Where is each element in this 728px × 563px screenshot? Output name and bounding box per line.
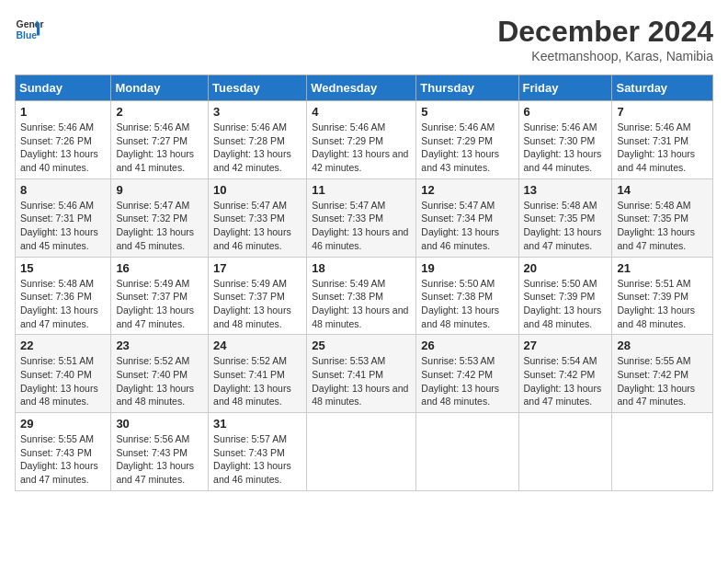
calendar-cell: 24Sunrise: 5:52 AMSunset: 7:41 PMDayligh…: [209, 335, 307, 413]
day-number: 16: [116, 261, 203, 275]
calendar-table: SundayMondayTuesdayWednesdayThursdayFrid…: [15, 75, 713, 491]
day-info: Sunrise: 5:49 AMSunset: 7:38 PMDaylight:…: [312, 277, 411, 331]
day-info: Sunrise: 5:51 AMSunset: 7:39 PMDaylight:…: [617, 277, 708, 331]
calendar-cell: 4Sunrise: 5:46 AMSunset: 7:29 PMDaylight…: [307, 101, 416, 179]
day-number: 14: [617, 183, 708, 197]
day-info: Sunrise: 5:46 AMSunset: 7:27 PMDaylight:…: [116, 121, 203, 175]
calendar-cell: 21Sunrise: 5:51 AMSunset: 7:39 PMDayligh…: [612, 257, 713, 335]
day-number: 3: [213, 105, 301, 119]
day-info: Sunrise: 5:46 AMSunset: 7:28 PMDaylight:…: [213, 121, 301, 175]
weekday-header-row: SundayMondayTuesdayWednesdayThursdayFrid…: [16, 75, 713, 101]
day-number: 25: [312, 339, 411, 352]
day-info: Sunrise: 5:47 AMSunset: 7:34 PMDaylight:…: [421, 199, 513, 253]
calendar-cell: 27Sunrise: 5:54 AMSunset: 7:42 PMDayligh…: [518, 335, 612, 413]
day-info: Sunrise: 5:53 AMSunset: 7:41 PMDaylight:…: [312, 354, 411, 408]
calendar-cell: 26Sunrise: 5:53 AMSunset: 7:42 PMDayligh…: [416, 335, 518, 413]
calendar-cell: 23Sunrise: 5:52 AMSunset: 7:40 PMDayligh…: [111, 335, 209, 413]
logo-icon: General Blue: [15, 15, 44, 44]
day-info: Sunrise: 5:56 AMSunset: 7:43 PMDaylight:…: [116, 432, 203, 487]
calendar-week-4: 22Sunrise: 5:51 AMSunset: 7:40 PMDayligh…: [16, 335, 713, 413]
day-info: Sunrise: 5:53 AMSunset: 7:42 PMDaylight:…: [421, 354, 513, 408]
calendar-cell: 19Sunrise: 5:50 AMSunset: 7:38 PMDayligh…: [416, 257, 518, 335]
day-info: Sunrise: 5:55 AMSunset: 7:43 PMDaylight:…: [20, 432, 106, 487]
day-number: 18: [312, 261, 411, 275]
calendar-cell: 11Sunrise: 5:47 AMSunset: 7:33 PMDayligh…: [307, 178, 416, 257]
day-number: 27: [524, 339, 608, 352]
calendar-cell: 29Sunrise: 5:55 AMSunset: 7:43 PMDayligh…: [16, 413, 111, 491]
day-info: Sunrise: 5:49 AMSunset: 7:37 PMDaylight:…: [116, 277, 203, 331]
calendar-cell: [307, 413, 416, 491]
calendar-cell: 7Sunrise: 5:46 AMSunset: 7:31 PMDaylight…: [612, 101, 713, 179]
calendar-cell: 1Sunrise: 5:46 AMSunset: 7:26 PMDaylight…: [16, 101, 111, 179]
day-number: 31: [213, 417, 301, 431]
day-info: Sunrise: 5:47 AMSunset: 7:32 PMDaylight:…: [116, 199, 203, 253]
calendar-cell: [612, 413, 713, 491]
day-info: Sunrise: 5:47 AMSunset: 7:33 PMDaylight:…: [213, 199, 301, 253]
calendar-cell: [518, 413, 612, 491]
day-number: 29: [20, 417, 106, 431]
day-number: 10: [213, 183, 301, 197]
day-info: Sunrise: 5:46 AMSunset: 7:29 PMDaylight:…: [312, 121, 411, 175]
calendar-cell: 3Sunrise: 5:46 AMSunset: 7:28 PMDaylight…: [209, 101, 307, 179]
calendar-cell: 20Sunrise: 5:50 AMSunset: 7:39 PMDayligh…: [518, 257, 612, 335]
calendar-cell: 17Sunrise: 5:49 AMSunset: 7:37 PMDayligh…: [209, 257, 307, 335]
day-info: Sunrise: 5:46 AMSunset: 7:31 PMDaylight:…: [617, 121, 708, 175]
weekday-header-wednesday: Wednesday: [307, 75, 416, 101]
day-number: 9: [116, 183, 203, 197]
calendar-cell: 8Sunrise: 5:46 AMSunset: 7:31 PMDaylight…: [16, 178, 111, 257]
calendar-cell: 28Sunrise: 5:55 AMSunset: 7:42 PMDayligh…: [612, 335, 713, 413]
day-number: 17: [213, 261, 301, 275]
calendar-cell: 31Sunrise: 5:57 AMSunset: 7:43 PMDayligh…: [209, 413, 307, 491]
calendar-cell: 22Sunrise: 5:51 AMSunset: 7:40 PMDayligh…: [16, 335, 111, 413]
calendar-cell: 30Sunrise: 5:56 AMSunset: 7:43 PMDayligh…: [111, 413, 209, 491]
day-number: 2: [116, 105, 203, 119]
day-info: Sunrise: 5:48 AMSunset: 7:36 PMDaylight:…: [20, 277, 106, 331]
weekday-header-monday: Monday: [111, 75, 209, 101]
calendar-week-1: 1Sunrise: 5:46 AMSunset: 7:26 PMDaylight…: [16, 101, 713, 179]
day-number: 4: [312, 105, 411, 119]
day-info: Sunrise: 5:46 AMSunset: 7:30 PMDaylight:…: [524, 121, 608, 175]
calendar-cell: 15Sunrise: 5:48 AMSunset: 7:36 PMDayligh…: [16, 257, 111, 335]
day-number: 23: [116, 339, 203, 352]
day-info: Sunrise: 5:48 AMSunset: 7:35 PMDaylight:…: [524, 199, 608, 253]
day-info: Sunrise: 5:47 AMSunset: 7:33 PMDaylight:…: [312, 199, 411, 253]
logo: General Blue: [15, 15, 44, 44]
day-number: 26: [421, 339, 513, 352]
day-number: 28: [617, 339, 708, 352]
day-number: 5: [421, 105, 513, 119]
weekday-header-tuesday: Tuesday: [209, 75, 307, 101]
calendar-cell: 6Sunrise: 5:46 AMSunset: 7:30 PMDaylight…: [518, 101, 612, 179]
day-info: Sunrise: 5:48 AMSunset: 7:35 PMDaylight:…: [617, 199, 708, 253]
day-number: 21: [617, 261, 708, 275]
calendar-cell: 16Sunrise: 5:49 AMSunset: 7:37 PMDayligh…: [111, 257, 209, 335]
day-number: 15: [20, 261, 106, 275]
day-info: Sunrise: 5:46 AMSunset: 7:29 PMDaylight:…: [421, 121, 513, 175]
day-info: Sunrise: 5:52 AMSunset: 7:40 PMDaylight:…: [116, 354, 203, 408]
day-info: Sunrise: 5:51 AMSunset: 7:40 PMDaylight:…: [20, 354, 106, 408]
day-info: Sunrise: 5:52 AMSunset: 7:41 PMDaylight:…: [213, 354, 301, 408]
day-number: 30: [116, 417, 203, 431]
calendar-cell: 14Sunrise: 5:48 AMSunset: 7:35 PMDayligh…: [612, 178, 713, 257]
calendar-cell: [416, 413, 518, 491]
day-number: 24: [213, 339, 301, 352]
calendar-cell: 9Sunrise: 5:47 AMSunset: 7:32 PMDaylight…: [111, 178, 209, 257]
location: Keetmanshoop, Karas, Namibia: [497, 49, 713, 63]
day-number: 22: [20, 339, 106, 352]
weekday-header-sunday: Sunday: [16, 75, 111, 101]
day-number: 8: [20, 183, 106, 197]
day-info: Sunrise: 5:46 AMSunset: 7:31 PMDaylight:…: [20, 199, 106, 253]
calendar-cell: 12Sunrise: 5:47 AMSunset: 7:34 PMDayligh…: [416, 178, 518, 257]
calendar-week-3: 15Sunrise: 5:48 AMSunset: 7:36 PMDayligh…: [16, 257, 713, 335]
calendar-cell: 2Sunrise: 5:46 AMSunset: 7:27 PMDaylight…: [111, 101, 209, 179]
day-number: 1: [20, 105, 106, 119]
day-number: 20: [524, 261, 608, 275]
calendar-week-5: 29Sunrise: 5:55 AMSunset: 7:43 PMDayligh…: [16, 413, 713, 491]
weekday-header-friday: Friday: [518, 75, 612, 101]
day-number: 12: [421, 183, 513, 197]
day-number: 6: [524, 105, 608, 119]
calendar-week-2: 8Sunrise: 5:46 AMSunset: 7:31 PMDaylight…: [16, 178, 713, 257]
calendar-cell: 10Sunrise: 5:47 AMSunset: 7:33 PMDayligh…: [209, 178, 307, 257]
calendar-cell: 25Sunrise: 5:53 AMSunset: 7:41 PMDayligh…: [307, 335, 416, 413]
day-info: Sunrise: 5:57 AMSunset: 7:43 PMDaylight:…: [213, 432, 301, 487]
weekday-header-saturday: Saturday: [612, 75, 713, 101]
